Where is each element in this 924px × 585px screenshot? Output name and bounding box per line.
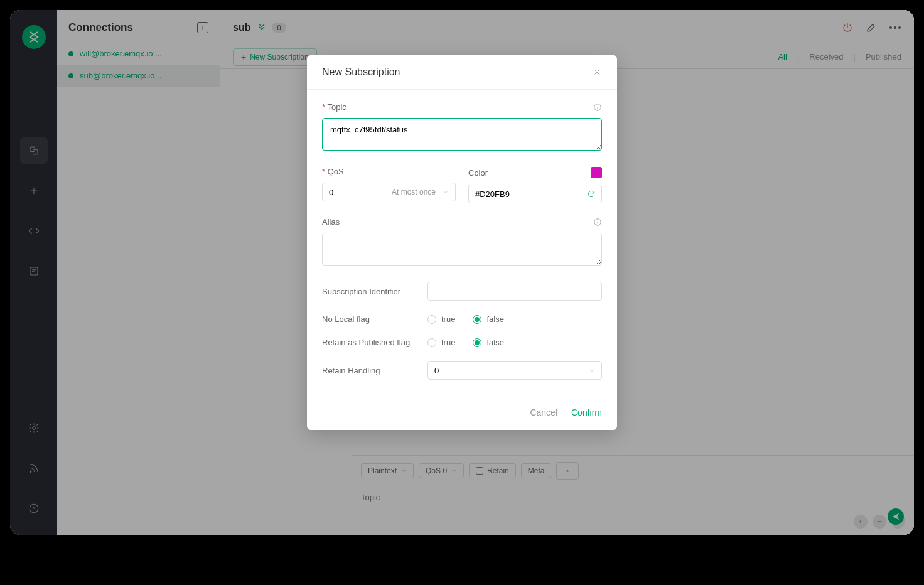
- cancel-button[interactable]: Cancel: [530, 407, 557, 417]
- dialog-header: New Subscription: [307, 55, 617, 90]
- retain-pub-true-radio[interactable]: true: [427, 338, 455, 347]
- alias-input[interactable]: [322, 233, 602, 266]
- color-input[interactable]: [468, 185, 602, 203]
- close-button[interactable]: [592, 67, 602, 77]
- qos-select[interactable]: [322, 183, 456, 201]
- alias-label: Alias: [322, 217, 340, 227]
- qos-label: QoS: [322, 167, 344, 176]
- no-local-label: No Local flag: [322, 314, 427, 324]
- modal-overlay[interactable]: New Subscription Topic: [10, 10, 914, 535]
- new-subscription-dialog: New Subscription Topic: [307, 55, 617, 430]
- color-label: Color: [468, 168, 488, 178]
- no-local-false-radio[interactable]: false: [473, 314, 503, 324]
- app-window: Connections will@broker.emqx.io:... sub@…: [10, 10, 914, 535]
- confirm-button[interactable]: Confirm: [571, 407, 602, 417]
- dialog-footer: Cancel Confirm: [307, 399, 617, 430]
- retain-pub-false-radio[interactable]: false: [473, 338, 503, 347]
- no-local-true-radio[interactable]: true: [427, 314, 455, 324]
- topic-label: Topic: [322, 102, 346, 112]
- refresh-color-button[interactable]: [587, 190, 596, 198]
- dialog-title: New Subscription: [322, 67, 400, 78]
- retain-handling-select[interactable]: [427, 361, 602, 380]
- retain-handling-label: Retain Handling: [322, 366, 427, 375]
- info-icon[interactable]: [593, 218, 602, 227]
- color-swatch[interactable]: [591, 167, 602, 178]
- sub-id-label: Subscription Identifier: [322, 287, 427, 296]
- retain-pub-label: Retain as Published flag: [322, 338, 427, 347]
- info-icon[interactable]: [593, 103, 602, 112]
- topic-input[interactable]: [322, 118, 602, 151]
- sub-id-input[interactable]: [427, 282, 602, 301]
- dialog-body: Topic QoS At most once: [307, 90, 617, 399]
